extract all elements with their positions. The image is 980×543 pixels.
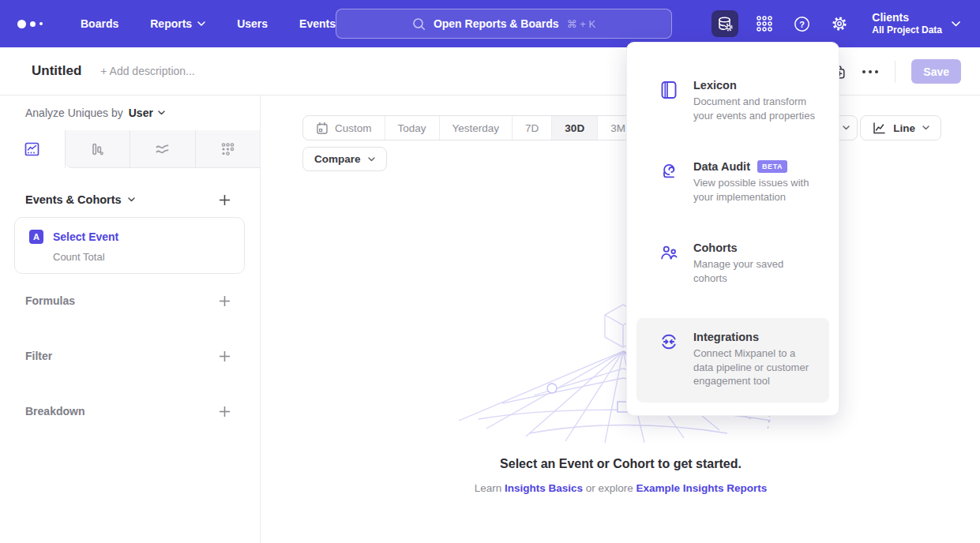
range-label: Yesterday [452,122,500,134]
cohorts-icon [659,242,679,285]
date-range-custom[interactable]: Custom [303,116,385,140]
analyze-row: Analyze Uniques by User [0,95,260,130]
add-description-field[interactable]: + Add description... [100,65,194,77]
plus-icon [219,350,231,362]
search-placeholder: Open Reports & Boards [434,17,559,30]
help-icon: ? [794,16,810,32]
chevron-down-icon [368,157,375,162]
line-chart-tab-icon [24,141,40,157]
nav-item-reports[interactable]: Reports [150,17,205,30]
chart-type-dropdown[interactable]: Line [860,115,941,140]
menu-item-title: Lexicon [693,79,737,92]
chart-type-tabs [0,130,260,168]
svg-text:?: ? [799,19,805,28]
chevron-down-icon [197,21,205,26]
breakdown-section: Breakdown [0,402,260,421]
plus-icon [219,194,231,206]
formulas-section: Formulas [0,291,260,310]
calendar-icon [316,122,329,135]
nav-label: Boards [81,17,118,30]
empty-state-title: Select an Event or Cohort to get started… [261,457,980,471]
example-reports-link[interactable]: Example Insights Reports [636,482,768,494]
event-card[interactable]: A Select Event Count Total [14,217,245,274]
events-cohorts-toggle[interactable]: Events & Cohorts [25,193,135,206]
org-name: Clients [872,11,942,24]
date-range-control: Custom Today Yesterday 7D 30D 3M 6M [302,115,680,140]
integrations-icon [659,331,679,388]
date-range-today[interactable]: Today [385,116,439,140]
report-actions: Save [830,47,961,95]
empty-prefix: Learn [475,482,502,494]
tab-insights-line[interactable] [0,130,66,168]
compare-dropdown[interactable]: Compare [302,147,387,171]
date-range-yesterday[interactable]: Yesterday [439,116,513,140]
add-filter-button[interactable] [219,350,231,362]
nav-item-users[interactable]: Users [237,17,268,30]
count-type-selector[interactable]: Count Total [15,251,244,263]
chevron-down-icon [128,197,135,202]
events-cohorts-label: Events & Cohorts [25,193,122,206]
menu-item-title: Integrations [693,331,759,343]
data-management-button[interactable] [712,10,738,37]
grid-dots-icon [756,15,773,32]
gear-icon [831,15,848,32]
menu-item-lexicon[interactable]: Lexicon Document and transform your even… [636,71,829,132]
report-canvas: Custom Today Yesterday 7D 30D 3M 6M Comp… [261,95,980,543]
empty-middle: or explore [586,482,633,494]
logo-dot [39,22,43,25]
tab-bar-chart[interactable] [66,130,130,168]
date-range-7d[interactable]: 7D [512,116,551,140]
range-label: Today [398,122,426,134]
tab-retention-grid[interactable] [195,130,261,168]
plus-icon [219,406,231,418]
menu-item-data-audit[interactable]: Data Audit BETA View possible issues wit… [636,152,829,213]
menu-item-integrations[interactable]: Integrations Connect Mixpanel to a data … [636,318,829,403]
top-nav: Boards Reports Users Events Open Reports… [0,0,980,47]
select-event-button[interactable]: Select Event [53,230,118,243]
help-button[interactable]: ? [794,16,810,32]
apps-grid-button[interactable] [756,15,773,32]
query-builder-sidebar: Analyze Uniques by User [0,95,261,543]
settings-button[interactable] [831,15,848,32]
tab-flow-chart[interactable] [130,130,195,168]
analyze-value: User [129,107,153,119]
events-cohorts-header: Events & Cohorts [0,193,260,206]
menu-item-desc: Connect Mixpanel to a data pipeline or c… [693,346,818,388]
project-selector[interactable]: Clients All Project Data [872,11,960,36]
search-icon [412,17,426,31]
add-breakdown-button[interactable] [219,406,231,418]
report-title[interactable]: Untitled [32,63,81,79]
project-name: All Project Data [872,24,942,36]
nav-label: Users [237,17,268,30]
search-shortcut: ⌘ + K [567,18,596,30]
nav-item-boards[interactable]: Boards [81,17,118,30]
insights-basics-link[interactable]: Insights Basics [505,482,583,494]
ellipsis-icon [862,69,879,74]
nav-label: Events [299,17,336,30]
logo-dot [30,21,36,27]
add-formula-button[interactable] [219,295,231,307]
chevron-down-icon [922,125,929,130]
data-audit-icon [659,161,679,204]
menu-item-desc: View possible issues with your implement… [693,176,818,204]
mixpanel-logo[interactable] [17,20,52,28]
nav-item-events[interactable]: Events [299,17,336,30]
menu-item-cohorts[interactable]: Cohorts Manage your saved cohorts [636,234,829,294]
event-row: A Select Event [15,230,244,244]
save-button[interactable]: Save [911,59,961,84]
date-range-30d[interactable]: 30D [551,116,597,140]
range-label: 3M [610,122,625,134]
empty-state-links: Learn Insights Basics or explore Example… [261,482,980,494]
beta-badge: BETA [757,160,787,173]
formulas-label: Formulas [25,294,75,307]
nav-right-controls: ? Clients All Project Data [712,0,980,47]
analyze-by-selector[interactable]: User [129,107,165,119]
analyze-prefix: Analyze Uniques by [25,107,123,119]
more-options-button[interactable] [862,69,879,74]
plus-icon [219,295,231,307]
global-search-bar[interactable]: Open Reports & Boards ⌘ + K [336,9,672,39]
nav-links: Boards Reports Users Events [81,17,336,30]
add-event-button[interactable] [219,194,231,206]
range-label: Custom [335,122,372,134]
menu-item-desc: Manage your saved cohorts [693,257,818,285]
